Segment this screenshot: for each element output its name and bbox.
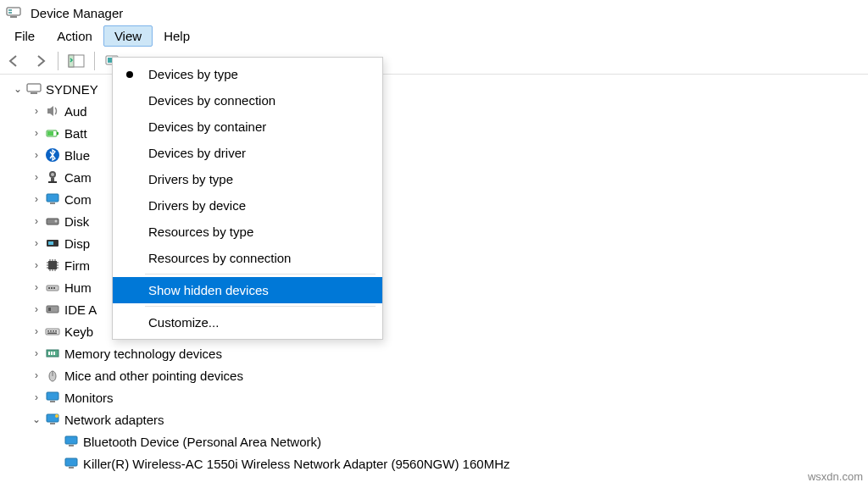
svg-rect-2 (8, 12, 12, 14)
chip-icon (44, 257, 61, 274)
tree-item-label: Bluetooth Device (Personal Area Network) (83, 435, 321, 449)
menuitem-devices-by-container[interactable]: Devices by container (113, 114, 382, 140)
menuitem-devices-by-driver[interactable]: Devices by driver (113, 140, 382, 166)
menuitem-resources-by-connection[interactable]: Resources by connection (113, 245, 382, 271)
expander-icon[interactable]: › (31, 193, 42, 205)
svg-rect-28 (53, 287, 55, 289)
tree-item-label: Mice and other pointing devices (64, 369, 243, 383)
tree-item-memory[interactable]: › Memory technology devices (31, 342, 868, 364)
menuitem-label: Devices by container (148, 119, 266, 134)
expander-icon[interactable]: › (31, 171, 42, 183)
svg-rect-44 (50, 401, 55, 402)
tree-item-label: Memory technology devices (64, 347, 222, 361)
forward-button[interactable] (29, 50, 51, 72)
tree-item-label: IDE A (64, 302, 97, 317)
memory-icon (44, 345, 61, 362)
tree-item-label: Aud (64, 104, 87, 119)
svg-rect-1 (8, 9, 12, 11)
disk-icon (44, 213, 61, 230)
tree-item-network[interactable]: ⌄ Network adapters (31, 408, 868, 430)
bullet-icon (126, 71, 133, 78)
show-hide-tree-button[interactable] (65, 50, 87, 72)
svg-rect-11 (57, 132, 58, 135)
expander-icon[interactable]: › (31, 149, 42, 161)
expander-icon[interactable]: › (31, 215, 42, 227)
menuitem-label: Devices by type (148, 67, 238, 81)
expander-icon[interactable]: › (31, 325, 42, 337)
mouse-icon (44, 367, 61, 384)
menu-view[interactable]: View (103, 25, 153, 47)
monitor-icon (44, 191, 61, 208)
expander-icon[interactable]: ⌄ (12, 83, 24, 95)
svg-rect-18 (47, 194, 58, 202)
network-adapter-icon (44, 411, 61, 428)
menuitem-label: Resources by type (148, 225, 253, 239)
menuitem-resources-by-type[interactable]: Resources by type (113, 219, 382, 245)
bluetooth-icon (44, 147, 61, 164)
view-dropdown: Devices by type Devices by connection De… (112, 57, 383, 340)
app-icon (5, 4, 22, 21)
watermark: wsxdn.com (808, 470, 863, 483)
menuitem-label: Drivers by device (148, 198, 246, 213)
svg-rect-35 (55, 330, 57, 332)
expander-icon[interactable]: › (31, 303, 42, 315)
controller-icon (44, 301, 61, 318)
tree-item-label: Keyb (64, 324, 93, 339)
menuitem-label: Customize... (148, 315, 219, 330)
expander-icon[interactable]: › (31, 369, 42, 381)
svg-rect-17 (48, 181, 57, 183)
svg-rect-30 (48, 308, 51, 311)
menuitem-devices-by-connection[interactable]: Devices by connection (113, 87, 382, 114)
toolbar-divider-2 (94, 52, 95, 70)
window-title: Device Manager (31, 6, 123, 20)
expander-icon[interactable]: › (31, 237, 42, 249)
menu-help[interactable]: Help (153, 25, 201, 47)
menuitem-drivers-by-device[interactable]: Drivers by device (113, 192, 382, 219)
tree-item-label: Network adapters (64, 413, 164, 427)
svg-rect-49 (69, 445, 74, 446)
menuitem-label: Devices by driver (148, 146, 246, 160)
expander-icon[interactable]: ⌄ (31, 413, 42, 425)
svg-rect-27 (51, 287, 53, 289)
svg-rect-3 (10, 16, 17, 18)
menuitem-show-hidden-devices[interactable]: Show hidden devices (113, 277, 382, 303)
tree-item-label: Com (64, 192, 92, 207)
svg-rect-12 (47, 131, 53, 136)
camera-icon (44, 169, 61, 186)
display-adapter-icon (44, 235, 61, 252)
tree-item-monitors[interactable]: › Monitors (31, 386, 868, 408)
tree-root-label: SYDNEY (46, 82, 98, 97)
menu-separator (145, 306, 376, 307)
tree-item-network-child[interactable]: › Bluetooth Device (Personal Area Networ… (49, 430, 868, 452)
tree-item-label: Disp (64, 236, 90, 251)
menuitem-label: Devices by connection (148, 93, 275, 108)
tree-item-network-child[interactable]: › Killer(R) Wireless-AC 1550i Wireless N… (49, 452, 868, 474)
tree-item-mice[interactable]: › Mice and other pointing devices (31, 364, 868, 386)
network-adapter-icon (63, 455, 80, 472)
back-button[interactable] (3, 50, 25, 72)
menuitem-drivers-by-type[interactable]: Drivers by type (113, 166, 382, 192)
svg-rect-43 (47, 392, 58, 400)
expander-icon[interactable]: › (31, 105, 42, 117)
toolbar-divider (58, 52, 58, 70)
expander-icon[interactable]: › (31, 259, 42, 271)
expander-icon[interactable]: › (31, 391, 42, 403)
svg-rect-36 (47, 333, 57, 335)
title-bar: Device Manager (0, 0, 868, 24)
menuitem-label: Show hidden devices (148, 283, 269, 297)
expander-icon[interactable]: › (31, 127, 42, 139)
svg-rect-8 (27, 84, 41, 92)
svg-rect-38 (48, 352, 50, 355)
svg-rect-40 (53, 352, 55, 355)
menuitem-customize[interactable]: Customize... (113, 309, 382, 336)
tree-item-label: Batt (64, 126, 87, 141)
svg-rect-51 (69, 467, 74, 469)
menu-file[interactable]: File (3, 25, 46, 47)
menu-separator (145, 274, 376, 274)
menuitem-devices-by-type[interactable]: Devices by type (113, 61, 382, 87)
expander-icon[interactable]: › (31, 281, 42, 293)
expander-icon[interactable]: › (31, 347, 42, 359)
menu-action[interactable]: Action (46, 25, 103, 47)
tree-item-label: Firm (64, 258, 90, 273)
battery-icon (44, 125, 61, 141)
